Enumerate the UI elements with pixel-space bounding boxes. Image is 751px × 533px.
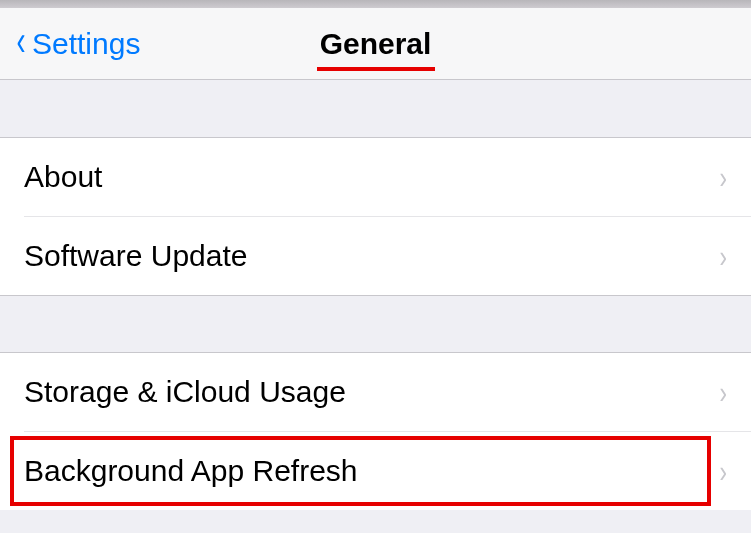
section-spacer <box>0 80 751 138</box>
row-label: Background App Refresh <box>24 454 718 488</box>
page-title: General <box>320 27 432 61</box>
top-shadow <box>0 0 751 8</box>
chevron-left-icon: ‹ <box>16 20 25 62</box>
navbar: ‹ Settings General <box>0 8 751 80</box>
row-background-app-refresh[interactable]: Background App Refresh › <box>0 432 751 510</box>
row-label: Software Update <box>24 239 718 273</box>
row-about[interactable]: About › <box>0 138 751 216</box>
chevron-right-icon: › <box>720 238 727 275</box>
chevron-right-icon: › <box>720 374 727 411</box>
settings-group-1: About › Software Update › <box>0 138 751 295</box>
chevron-right-icon: › <box>720 453 727 490</box>
settings-group-2: Storage & iCloud Usage › Background App … <box>0 353 751 510</box>
title-underline-annotation <box>317 67 435 71</box>
row-label: About <box>24 160 718 194</box>
row-label: Storage & iCloud Usage <box>24 375 718 409</box>
chevron-right-icon: › <box>720 159 727 196</box>
row-software-update[interactable]: Software Update › <box>0 217 751 295</box>
row-storage-icloud-usage[interactable]: Storage & iCloud Usage › <box>0 353 751 431</box>
section-spacer <box>0 295 751 353</box>
back-button[interactable]: ‹ Settings <box>0 26 140 62</box>
back-label: Settings <box>32 27 140 61</box>
